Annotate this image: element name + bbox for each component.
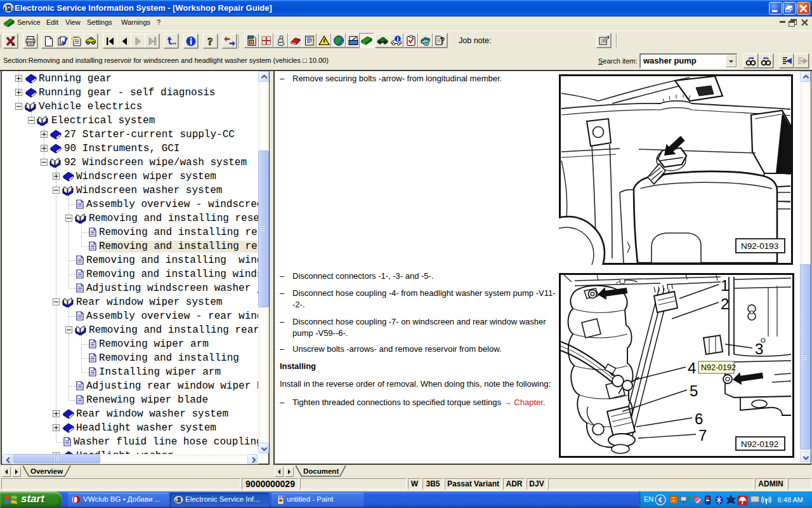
svg-text:1: 1 xyxy=(721,277,729,294)
svg-text:5: 5 xyxy=(690,382,698,399)
svg-text:3: 3 xyxy=(755,340,763,358)
svg-text:N92-0192: N92-0192 xyxy=(741,439,778,449)
svg-text:N92-0193: N92-0193 xyxy=(741,241,778,251)
svg-text:4: 4 xyxy=(688,359,696,377)
svg-text:2: 2 xyxy=(721,295,729,312)
svg-text:7: 7 xyxy=(698,427,707,444)
svg-text:N92-0192: N92-0192 xyxy=(701,363,736,372)
svg-text:6: 6 xyxy=(695,410,703,427)
svg-text:?: ? xyxy=(207,36,213,47)
